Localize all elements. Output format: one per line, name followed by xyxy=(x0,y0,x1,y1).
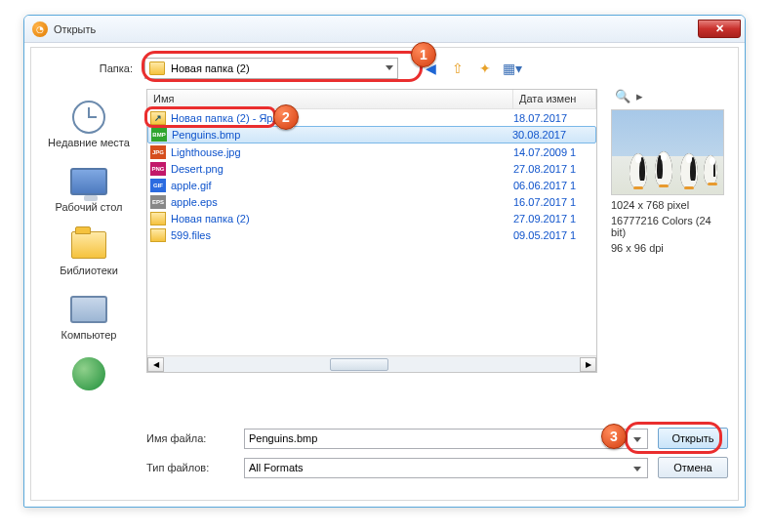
file-list-body[interactable]: ↗Новая папка (2) - Ярлык18.07.2017BMPPen… xyxy=(147,109,596,354)
chevron-down-icon xyxy=(386,65,393,70)
app-icon: ◔ xyxy=(32,21,48,37)
eps-icon: EPS xyxy=(150,195,166,209)
file-date: 06.06.2017 1 xyxy=(513,180,596,191)
file-name: 599.files xyxy=(169,229,513,241)
file-name: Lighthouse.jpg xyxy=(169,146,513,158)
file-name: Penguins.bmp xyxy=(170,129,512,141)
file-date: 14.07.2009 1 xyxy=(513,146,596,158)
sidebar-item-network[interactable] xyxy=(31,357,146,390)
preview-image xyxy=(611,109,724,195)
open-dialog: ◔ Открыть ✕ Папка: Новая папка (2) ◀ ⇧ ✦… xyxy=(23,15,746,508)
filename-label: Имя файла: xyxy=(146,432,244,444)
preview-zoom-icon[interactable]: 🔍 xyxy=(615,89,630,103)
file-list: Имя Дата измен ↗Новая папка (2) - Ярлык1… xyxy=(146,89,597,373)
column-date[interactable]: Дата измен xyxy=(513,90,596,108)
file-row[interactable]: 599.files09.05.2017 1 xyxy=(147,226,596,243)
preview-dimensions: 1024 x 768 pixel xyxy=(611,199,728,211)
file-date: 18.07.2017 xyxy=(513,112,596,124)
file-row[interactable]: EPSapple.eps16.07.2017 1 xyxy=(147,193,596,210)
sidebar-item-computer[interactable]: Компьютер xyxy=(31,293,146,342)
chevron-down-icon xyxy=(633,467,641,471)
callout-badge-3: 3 xyxy=(601,424,627,449)
file-date: 27.08.2017 1 xyxy=(513,163,596,175)
recent-places-icon xyxy=(72,101,105,134)
cancel-button[interactable]: Отмена xyxy=(658,457,728,478)
folder-label: Папка: xyxy=(41,62,144,74)
file-date: 09.05.2017 1 xyxy=(513,229,596,241)
up-icon[interactable]: ⇧ xyxy=(447,58,468,79)
preview-dpi: 96 x 96 dpi xyxy=(611,242,728,254)
filetype-dropdown[interactable]: All Formats xyxy=(244,458,648,478)
close-button[interactable]: ✕ xyxy=(698,20,741,38)
preview-next-icon[interactable]: ▸ xyxy=(636,89,643,103)
file-row[interactable]: GIFapple.gif06.06.2017 1 xyxy=(147,177,596,193)
scroll-right-button[interactable]: ▶ xyxy=(580,357,596,372)
computer-icon xyxy=(70,296,107,323)
preview-pane: 🔍 ▸ 1024 x 768 pixel 16777216 Colors (24… xyxy=(611,89,728,254)
window-title: Открыть xyxy=(54,23,96,35)
toolbar-icons: ◀ ⇧ ✦ ▦▾ xyxy=(420,58,523,79)
file-list-header: Имя Дата измен xyxy=(147,90,596,109)
shortcut-icon: ↗ xyxy=(150,111,166,125)
sidebar-item-desktop[interactable]: Рабочий стол xyxy=(31,165,146,214)
horizontal-scrollbar[interactable]: ◀ ▶ xyxy=(147,355,596,372)
png-icon: PNG xyxy=(150,162,166,176)
callout-badge-2: 2 xyxy=(273,104,299,130)
folder-icon xyxy=(150,228,166,242)
libraries-icon xyxy=(71,231,106,259)
scroll-thumb[interactable] xyxy=(330,358,388,371)
open-button[interactable]: Открыть xyxy=(658,428,728,449)
dialog-content: Папка: Новая папка (2) ◀ ⇧ ✦ ▦▾ 1 Недавн… xyxy=(30,47,739,501)
scroll-track[interactable] xyxy=(164,357,580,372)
file-row[interactable]: JPGLighthouse.jpg14.07.2009 1 xyxy=(147,143,596,160)
preview-colors: 16777216 Colors (24 bit) xyxy=(611,215,728,238)
titlebar: ◔ Открыть ✕ xyxy=(24,16,745,43)
file-row[interactable]: PNGDesert.png27.08.2017 1 xyxy=(147,160,596,177)
filetype-label: Тип файлов: xyxy=(146,462,244,473)
sidebar-item-recent[interactable]: Недавние места xyxy=(31,101,146,149)
desktop-icon xyxy=(70,168,107,195)
places-sidebar: Недавние места Рабочий стол Библиотеки К… xyxy=(31,89,146,392)
file-name: apple.gif xyxy=(169,180,513,191)
chevron-down-icon xyxy=(633,437,641,442)
file-name: Desert.png xyxy=(169,163,513,175)
callout-badge-1: 1 xyxy=(411,42,436,67)
bottom-controls: Имя файла: Penguins.bmp Открыть Тип файл… xyxy=(146,428,728,486)
view-menu-icon[interactable]: ▦▾ xyxy=(502,58,523,79)
scroll-left-button[interactable]: ◀ xyxy=(147,357,164,372)
file-row[interactable]: Новая папка (2)27.09.2017 1 xyxy=(147,210,596,226)
folder-dropdown[interactable]: Новая папка (2) xyxy=(144,58,398,79)
file-name: Новая папка (2) xyxy=(169,213,513,225)
network-icon xyxy=(72,357,105,390)
jpg-icon: JPG xyxy=(150,145,166,159)
file-date: 30.08.2017 xyxy=(512,129,595,141)
file-row[interactable]: ↗Новая папка (2) - Ярлык18.07.2017 xyxy=(147,109,596,126)
folder-row: Папка: Новая папка (2) ◀ ⇧ ✦ ▦▾ xyxy=(31,56,738,81)
gif-icon: GIF xyxy=(150,179,166,192)
file-name: apple.eps xyxy=(169,196,513,208)
folder-icon xyxy=(149,61,165,75)
file-date: 16.07.2017 1 xyxy=(513,196,596,208)
bmp-icon: BMP xyxy=(151,128,167,142)
file-date: 27.09.2017 1 xyxy=(513,213,596,225)
new-folder-icon[interactable]: ✦ xyxy=(474,58,496,79)
folder-value: Новая папка (2) xyxy=(171,62,250,74)
folder-icon xyxy=(150,212,166,225)
column-name[interactable]: Имя xyxy=(147,90,513,108)
file-row[interactable]: BMPPenguins.bmp30.08.2017 xyxy=(147,126,596,143)
file-name: Новая папка (2) - Ярлык xyxy=(169,112,513,124)
sidebar-item-libraries[interactable]: Библиотеки xyxy=(31,228,146,277)
filename-field[interactable]: Penguins.bmp xyxy=(244,429,648,449)
